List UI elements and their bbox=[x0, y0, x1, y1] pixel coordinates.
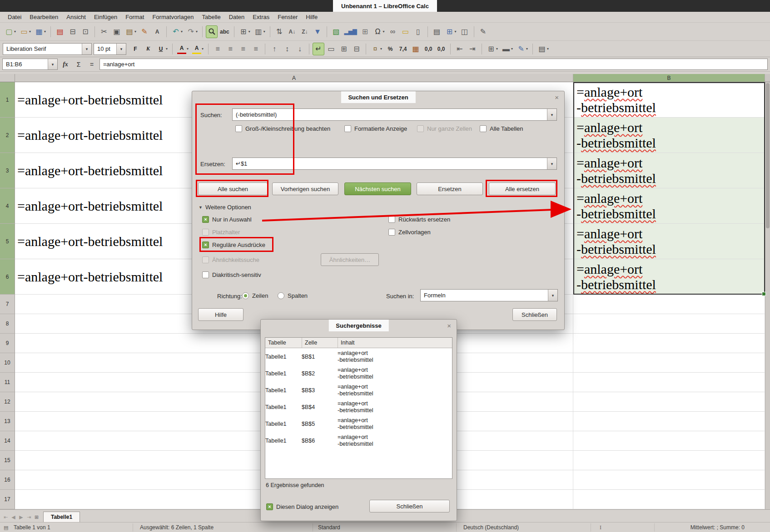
align-right-button[interactable]: ≡ bbox=[237, 43, 249, 55]
insert-comment-button[interactable]: ▭ bbox=[400, 25, 412, 38]
menu-item-extras[interactable]: Extras bbox=[248, 13, 273, 21]
cell-B16[interactable] bbox=[573, 470, 765, 490]
insert-columns-button[interactable]: ▥▾ bbox=[253, 25, 267, 38]
unmerge-cells-button[interactable]: ⊟ bbox=[351, 43, 363, 55]
more-options-expander[interactable]: ▼ Weitere Optionen bbox=[199, 204, 251, 211]
checkbox-reguläre-ausdrücke[interactable]: ×Reguläre Ausdrücke bbox=[202, 240, 265, 249]
radio-zeilen[interactable]: Zeilen bbox=[242, 291, 268, 300]
align-center-button[interactable]: ≡ bbox=[224, 43, 236, 55]
conditional-formatting-button[interactable]: ▤▾ bbox=[536, 43, 550, 55]
format-as-percent-button[interactable]: % bbox=[384, 43, 396, 55]
clear-formatting-button[interactable]: A bbox=[151, 25, 163, 38]
wrap-text-button[interactable]: ↵ bbox=[313, 43, 324, 55]
equals-icon[interactable]: = bbox=[86, 59, 97, 70]
formula-input[interactable]: =anlage+ort bbox=[99, 59, 768, 70]
cell-B13[interactable] bbox=[573, 412, 765, 431]
checkbox-diakritisch-sensitiv[interactable]: Diakritisch-sensitiv bbox=[202, 270, 261, 279]
redo-button[interactable]: ↷▾ bbox=[185, 25, 199, 38]
cell-B8[interactable] bbox=[573, 314, 765, 334]
row-header-17[interactable]: 17 bbox=[0, 490, 15, 509]
row-header-6[interactable]: 6 bbox=[0, 259, 15, 295]
menu-item-format[interactable]: Format bbox=[121, 13, 148, 21]
sheet-tab-tabelle1[interactable]: Tabelle1 bbox=[43, 512, 80, 522]
cell-B5[interactable]: =anlage+ort-betriebsmittel bbox=[573, 224, 765, 259]
cell-B14[interactable] bbox=[573, 431, 765, 451]
format-as-currency-button[interactable]: ¤▾ bbox=[369, 43, 383, 55]
add-decimal-place-button[interactable]: 0,0 bbox=[422, 43, 434, 55]
first-sheet-icon[interactable]: ⇤ bbox=[2, 512, 10, 522]
print-preview-button[interactable]: ⊡ bbox=[79, 25, 91, 38]
previous-sheet-icon[interactable]: ◀ bbox=[10, 512, 17, 522]
find-all-button[interactable]: Alle suchen bbox=[198, 182, 268, 195]
checkbox-nur-ganze-zellen[interactable]: Nur ganze Zellen bbox=[417, 124, 472, 133]
results-row[interactable]: Tabelle1$B$2=anlage+ort-betriebsmittel bbox=[265, 365, 452, 382]
replace-input[interactable]: ↵$1 ▾ bbox=[232, 158, 557, 170]
column-header-a[interactable]: A bbox=[15, 74, 573, 82]
replace-button[interactable]: Ersetzen bbox=[417, 182, 483, 195]
align-top-button[interactable]: ↑ bbox=[268, 43, 280, 55]
search-input[interactable]: (-betriebsmittel) ▾ bbox=[232, 108, 557, 121]
help-button[interactable]: Hilfe bbox=[198, 308, 243, 321]
dropdown-arrow-icon[interactable]: ▾ bbox=[116, 44, 126, 54]
dialog-close-button[interactable]: Schließen bbox=[512, 308, 557, 321]
export-pdf-button[interactable]: ▤ bbox=[54, 25, 66, 38]
print-button[interactable]: ⊟ bbox=[67, 25, 79, 38]
cell-B6[interactable]: =anlage+ort-betriebsmittel bbox=[573, 259, 765, 295]
row-header-16[interactable]: 16 bbox=[0, 470, 15, 490]
cell-B2[interactable]: =anlage+ort-betriebsmittel bbox=[573, 118, 765, 153]
cell-B17[interactable] bbox=[573, 490, 765, 509]
row-header-3[interactable]: 3 bbox=[0, 153, 15, 188]
next-sheet-icon[interactable]: ▶ bbox=[17, 512, 25, 522]
align-bottom-button[interactable]: ↓ bbox=[294, 43, 306, 55]
find-next-button[interactable]: Nächsten suchen bbox=[344, 182, 411, 195]
open-button[interactable]: ▭▾ bbox=[18, 25, 32, 38]
cut-button[interactable]: ✂ bbox=[98, 25, 110, 38]
sum-icon[interactable]: Σ bbox=[73, 59, 84, 70]
replace-all-button[interactable]: Alle ersetzen bbox=[489, 182, 556, 195]
dropdown-arrow-icon[interactable]: ▾ bbox=[82, 44, 91, 54]
sort-button[interactable]: ⇅ bbox=[273, 25, 285, 38]
paste-button[interactable]: ▤▾ bbox=[124, 25, 138, 38]
sort-ascending-button[interactable]: A↓ bbox=[286, 25, 298, 38]
scrollbar-thumb[interactable] bbox=[766, 83, 770, 228]
dropdown-arrow-icon[interactable]: ▾ bbox=[48, 59, 57, 69]
menu-item-bearbeiten[interactable]: Bearbeiten bbox=[25, 13, 62, 21]
undo-button[interactable]: ↶▾ bbox=[170, 25, 184, 38]
center-vertically-button[interactable]: ↕ bbox=[281, 43, 293, 55]
row-header-5[interactable]: 5 bbox=[0, 224, 15, 259]
cell-B10[interactable] bbox=[573, 353, 765, 373]
increase-indent-button[interactable]: ⇥ bbox=[467, 43, 478, 55]
results-row[interactable]: Tabelle1$B$6=anlage+ort-betriebsmittel bbox=[265, 432, 452, 449]
insert-rows-button[interactable]: ⊞▾ bbox=[238, 25, 252, 38]
spelling-button[interactable]: abc bbox=[219, 25, 231, 38]
border-color-button[interactable]: ✎▾ bbox=[515, 43, 529, 55]
cell-B7[interactable] bbox=[573, 295, 765, 314]
row-header-4[interactable]: 4 bbox=[0, 188, 15, 224]
function-wizard-icon[interactable]: fx bbox=[60, 59, 71, 70]
merge-cells-button[interactable]: ⊞ bbox=[338, 43, 350, 55]
dialog-titlebar[interactable]: Suchen und Ersetzen × bbox=[192, 91, 564, 105]
checkbox-zellvorlagen[interactable]: Zellvorlagen bbox=[388, 227, 431, 236]
clone-formatting-button[interactable]: ✎ bbox=[139, 25, 150, 38]
insert-image-button[interactable]: ▧ bbox=[330, 25, 342, 38]
row-header-15[interactable]: 15 bbox=[0, 451, 15, 470]
dropdown-arrow-icon[interactable]: ▾ bbox=[547, 109, 556, 120]
fill-handle[interactable] bbox=[762, 292, 766, 296]
insert-sheet-icon[interactable]: ⊞ bbox=[33, 512, 40, 522]
format-as-date-button[interactable]: ▦ bbox=[410, 43, 422, 55]
cell-B1[interactable]: =anlage+ort-betriebsmittel bbox=[573, 82, 765, 118]
column-header-b[interactable]: B bbox=[573, 74, 765, 82]
checkbox-alle-tabellen[interactable]: Alle Tabellen bbox=[480, 124, 523, 133]
menu-item-fenster[interactable]: Fenster bbox=[273, 13, 302, 21]
delete-decimal-place-button[interactable]: 0,0 bbox=[435, 43, 447, 55]
cell-B12[interactable] bbox=[573, 392, 765, 412]
checkbox-nur-in-auswahl[interactable]: ×Nur in Auswahl bbox=[202, 215, 252, 224]
italic-button[interactable]: K bbox=[142, 43, 154, 55]
row-header-9[interactable]: 9 bbox=[0, 334, 15, 353]
sort-descending-button[interactable]: Z↓ bbox=[299, 25, 311, 38]
justified-button[interactable]: ≡ bbox=[250, 43, 262, 55]
radio-spalten[interactable]: Spalten bbox=[278, 291, 308, 300]
copy-button[interactable]: ▣ bbox=[111, 25, 123, 38]
decrease-indent-button[interactable]: ⇤ bbox=[454, 43, 466, 55]
new-document-button[interactable]: ▢▾ bbox=[3, 25, 17, 38]
